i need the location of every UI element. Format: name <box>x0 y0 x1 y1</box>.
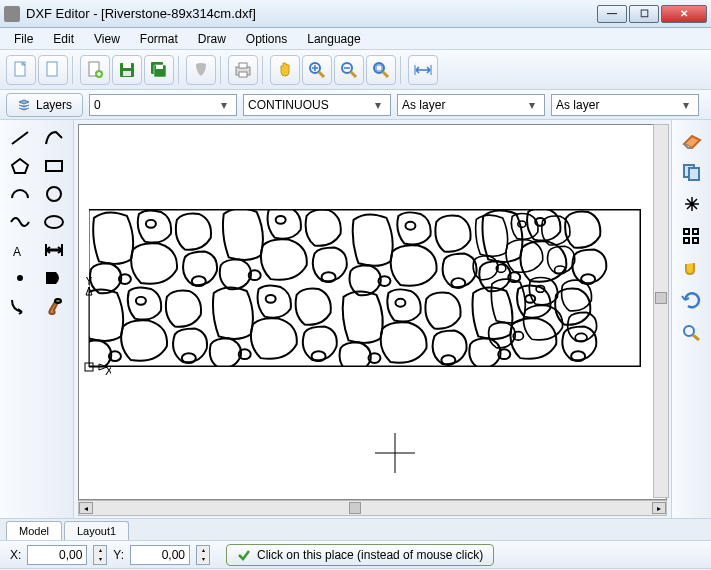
x-spinner[interactable]: ▴▾ <box>93 545 107 565</box>
hatch-icon[interactable] <box>40 266 68 290</box>
explode-icon[interactable] <box>678 192 706 216</box>
point-icon[interactable] <box>6 266 34 290</box>
window-buttons: — ☐ ✕ <box>595 5 707 23</box>
property-bar: Layers 0 ▾ CONTINUOUS ▾ As layer ▾ As la… <box>0 90 711 120</box>
maximize-button[interactable]: ☐ <box>629 5 659 23</box>
svg-point-52 <box>684 326 694 336</box>
polygon-icon[interactable] <box>6 154 34 178</box>
array-icon[interactable] <box>678 224 706 248</box>
dimension-icon[interactable] <box>40 238 68 262</box>
separator <box>72 56 76 84</box>
vertical-scrollbar[interactable] <box>653 124 669 498</box>
menu-language[interactable]: Language <box>299 30 368 48</box>
svg-point-32 <box>55 299 61 303</box>
zoom-window-icon[interactable] <box>366 55 396 85</box>
svg-marker-23 <box>12 159 28 173</box>
menu-file[interactable]: File <box>6 30 41 48</box>
print-icon[interactable] <box>228 55 258 85</box>
scroll-left-icon[interactable]: ◂ <box>79 502 93 514</box>
svg-line-14 <box>319 72 324 77</box>
zoom-icon[interactable] <box>678 320 706 344</box>
line-icon[interactable] <box>6 126 34 150</box>
x-input[interactable] <box>27 545 87 565</box>
linetype-value: CONTINUOUS <box>248 98 370 112</box>
coordinate-bar: X: ▴▾ Y: ▴▾ Click on this place (instead… <box>0 540 711 568</box>
tab-layout1[interactable]: Layout1 <box>64 521 129 540</box>
svg-rect-24 <box>46 161 62 171</box>
lineweight-value: As layer <box>556 98 678 112</box>
scroll-right-icon[interactable]: ▸ <box>652 502 666 514</box>
paint-icon[interactable] <box>40 294 68 318</box>
svg-rect-50 <box>684 238 689 243</box>
ellipse-icon[interactable] <box>40 210 68 234</box>
y-spinner[interactable]: ▴▾ <box>196 545 210 565</box>
x-label: X: <box>10 548 21 562</box>
svg-rect-19 <box>376 65 382 71</box>
copy-icon[interactable] <box>678 160 706 184</box>
save-icon[interactable] <box>112 55 142 85</box>
layers-label: Layers <box>36 98 72 112</box>
circle-icon[interactable] <box>40 182 68 206</box>
move-icon[interactable] <box>678 256 706 280</box>
check-icon <box>237 548 251 562</box>
y-input[interactable] <box>130 545 190 565</box>
crosshair-cursor <box>375 433 415 473</box>
menu-format[interactable]: Format <box>132 30 186 48</box>
menu-view[interactable]: View <box>86 30 128 48</box>
zoom-out-icon[interactable] <box>334 55 364 85</box>
spline-icon[interactable] <box>6 210 34 234</box>
lineweight-dropdown[interactable]: As layer ▾ <box>551 94 699 116</box>
leader-icon[interactable] <box>6 294 34 318</box>
template-icon[interactable] <box>186 55 216 85</box>
menu-edit[interactable]: Edit <box>45 30 82 48</box>
zoom-in-icon[interactable] <box>302 55 332 85</box>
click-place-button[interactable]: Click on this place (instead of mouse cl… <box>226 544 494 566</box>
separator <box>400 56 404 84</box>
scrollbar-thumb[interactable] <box>349 502 361 514</box>
text-icon[interactable]: A <box>6 238 34 262</box>
layer-dropdown[interactable]: 0 ▾ <box>89 94 237 116</box>
new-file-icon[interactable] <box>6 55 36 85</box>
arc-icon[interactable] <box>6 182 34 206</box>
close-button[interactable]: ✕ <box>661 5 707 23</box>
minimize-button[interactable]: — <box>597 5 627 23</box>
layers-button[interactable]: Layers <box>6 93 83 117</box>
svg-rect-49 <box>693 229 698 234</box>
rectangle-icon[interactable] <box>40 154 68 178</box>
open-icon[interactable] <box>80 55 110 85</box>
svg-point-26 <box>45 216 63 228</box>
chevron-down-icon: ▾ <box>216 98 232 112</box>
scrollbar-thumb[interactable] <box>655 292 667 304</box>
left-toolbar: A <box>0 120 74 518</box>
layer-value: 0 <box>94 98 216 112</box>
fit-width-icon[interactable] <box>408 55 438 85</box>
axis-marker: Y X <box>81 277 111 377</box>
polyline-icon[interactable] <box>40 126 68 150</box>
eraser-icon[interactable] <box>678 128 706 152</box>
svg-point-31 <box>18 276 22 280</box>
drawing-canvas[interactable]: Y X <box>78 124 667 500</box>
rotate-icon[interactable] <box>678 288 706 312</box>
svg-text:A: A <box>13 245 21 259</box>
drawing-content <box>89 209 641 367</box>
pan-icon[interactable] <box>270 55 300 85</box>
menu-options[interactable]: Options <box>238 30 295 48</box>
svg-line-22 <box>12 132 28 144</box>
chevron-down-icon: ▾ <box>678 98 694 112</box>
svg-line-18 <box>383 72 388 77</box>
tab-model[interactable]: Model <box>6 521 62 540</box>
canvas-wrap: Y X ◂ ▸ <box>74 120 671 518</box>
svg-rect-6 <box>123 71 131 76</box>
menu-draw[interactable]: Draw <box>190 30 234 48</box>
horizontal-scrollbar[interactable]: ◂ ▸ <box>78 500 667 516</box>
svg-rect-5 <box>123 63 131 68</box>
color-dropdown[interactable]: As layer ▾ <box>397 94 545 116</box>
chevron-down-icon: ▾ <box>370 98 386 112</box>
chevron-down-icon: ▾ <box>524 98 540 112</box>
color-value: As layer <box>402 98 524 112</box>
titlebar: DXF Editor - [Riverstone-89x314cm.dxf] —… <box>0 0 711 28</box>
save-all-icon[interactable] <box>144 55 174 85</box>
svg-text:X: X <box>105 364 111 377</box>
new-blank-icon[interactable] <box>38 55 68 85</box>
linetype-dropdown[interactable]: CONTINUOUS ▾ <box>243 94 391 116</box>
